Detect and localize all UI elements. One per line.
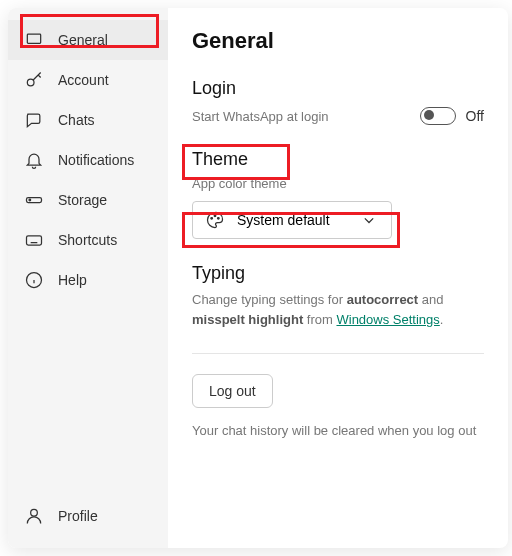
sidebar-items: General Account Chats Notifications Stor… (8, 20, 168, 496)
toggle-knob (424, 110, 434, 120)
sidebar-item-account[interactable]: Account (8, 60, 168, 100)
sidebar-item-label: Shortcuts (58, 232, 117, 248)
theme-heading: Theme (192, 149, 484, 170)
svg-rect-0 (27, 34, 40, 43)
svg-point-2 (27, 79, 34, 86)
sidebar-item-label: Storage (58, 192, 107, 208)
palette-icon (205, 210, 225, 230)
svg-rect-5 (27, 236, 42, 245)
keyboard-icon (24, 230, 44, 250)
main-panel: General Login Start WhatsApp at login Of… (168, 8, 508, 548)
logout-button[interactable]: Log out (192, 374, 273, 408)
section-typing: Typing Change typing settings for autoco… (192, 263, 484, 329)
sidebar-item-label: Profile (58, 508, 98, 524)
sidebar-item-help[interactable]: Help (8, 260, 168, 300)
chat-icon (24, 110, 44, 130)
laptop-icon (24, 30, 44, 50)
windows-settings-link[interactable]: Windows Settings (336, 312, 439, 327)
theme-sub: App color theme (192, 176, 484, 191)
divider (192, 353, 484, 354)
sidebar-item-label: Chats (58, 112, 95, 128)
section-theme: Theme App color theme System default (192, 149, 484, 239)
sidebar-item-general[interactable]: General (8, 20, 168, 60)
login-toggle[interactable] (420, 107, 456, 125)
sidebar-item-label: Help (58, 272, 87, 288)
bell-icon (24, 150, 44, 170)
sidebar-item-profile[interactable]: Profile (8, 496, 168, 536)
typing-bold-autocorrect: autocorrect (347, 292, 419, 307)
theme-dropdown[interactable]: System default (192, 201, 392, 239)
sidebar-footer: Profile (8, 496, 168, 548)
profile-icon (24, 506, 44, 526)
svg-point-13 (31, 509, 38, 516)
svg-point-4 (29, 199, 31, 201)
login-heading: Login (192, 78, 484, 99)
svg-point-15 (214, 215, 216, 217)
typing-heading: Typing (192, 263, 484, 284)
sidebar-item-notifications[interactable]: Notifications (8, 140, 168, 180)
key-icon (24, 70, 44, 90)
section-logout: Log out Your chat history will be cleare… (192, 374, 484, 440)
typing-bold-misspelt: misspelt highlight (192, 312, 303, 327)
sidebar-item-label: Account (58, 72, 109, 88)
section-login: Login Start WhatsApp at login Off (192, 78, 484, 125)
svg-point-16 (218, 218, 220, 220)
login-sub: Start WhatsApp at login (192, 109, 329, 124)
sidebar: General Account Chats Notifications Stor… (8, 8, 168, 548)
storage-icon (24, 190, 44, 210)
sidebar-item-shortcuts[interactable]: Shortcuts (8, 220, 168, 260)
sidebar-item-label: General (58, 32, 108, 48)
chevron-down-icon (359, 210, 379, 230)
typing-description: Change typing settings for autocorrect a… (192, 290, 484, 329)
toggle-state-label: Off (466, 108, 484, 124)
logout-note: Your chat history will be cleared when y… (192, 422, 484, 440)
sidebar-item-chats[interactable]: Chats (8, 100, 168, 140)
theme-selected: System default (237, 212, 330, 228)
page-title: General (192, 28, 484, 54)
svg-point-14 (211, 218, 213, 220)
sidebar-item-storage[interactable]: Storage (8, 180, 168, 220)
settings-window: General Account Chats Notifications Stor… (8, 8, 508, 548)
sidebar-item-label: Notifications (58, 152, 134, 168)
info-icon (24, 270, 44, 290)
